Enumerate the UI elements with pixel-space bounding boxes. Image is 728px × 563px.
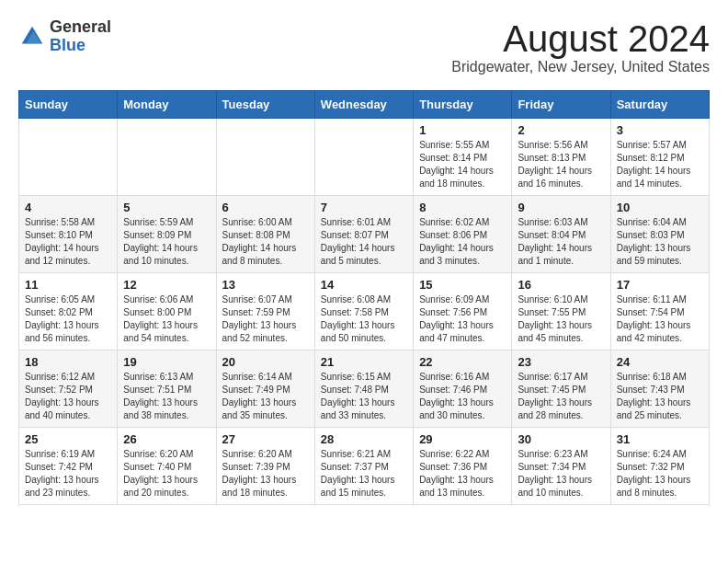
calendar-cell: 7Sunrise: 6:01 AM Sunset: 8:07 PM Daylig… xyxy=(314,196,413,273)
day-number: 29 xyxy=(419,432,506,446)
day-info: Sunrise: 6:15 AM Sunset: 7:48 PM Dayligh… xyxy=(321,371,407,422)
page-header: General Blue August 2024 Bridgewater, Ne… xyxy=(18,18,710,75)
day-info: Sunrise: 6:14 AM Sunset: 7:49 PM Dayligh… xyxy=(222,371,309,422)
day-info: Sunrise: 6:08 AM Sunset: 7:58 PM Dayligh… xyxy=(321,293,407,345)
day-info: Sunrise: 6:16 AM Sunset: 7:46 PM Dayligh… xyxy=(419,371,506,422)
day-info: Sunrise: 5:56 AM Sunset: 8:13 PM Dayligh… xyxy=(518,139,604,190)
logo-blue-text: Blue xyxy=(50,37,111,55)
day-of-week-friday: Friday xyxy=(512,91,610,119)
calendar-cell: 4Sunrise: 5:58 AM Sunset: 8:10 PM Daylig… xyxy=(19,196,118,273)
day-number: 28 xyxy=(321,432,407,446)
day-of-week-saturday: Saturday xyxy=(610,91,709,119)
day-info: Sunrise: 6:19 AM Sunset: 7:42 PM Dayligh… xyxy=(25,448,111,500)
day-info: Sunrise: 5:58 AM Sunset: 8:10 PM Dayligh… xyxy=(25,216,111,268)
week-row-4: 18Sunrise: 6:12 AM Sunset: 7:52 PM Dayli… xyxy=(19,350,710,428)
day-number: 27 xyxy=(222,432,309,446)
calendar-cell: 10Sunrise: 6:04 AM Sunset: 8:03 PM Dayli… xyxy=(610,196,709,273)
day-info: Sunrise: 5:57 AM Sunset: 8:12 PM Dayligh… xyxy=(617,139,703,190)
week-row-1: 1Sunrise: 5:55 AM Sunset: 8:14 PM Daylig… xyxy=(19,119,710,196)
day-info: Sunrise: 5:55 AM Sunset: 8:14 PM Dayligh… xyxy=(419,139,506,190)
day-number: 3 xyxy=(617,123,703,137)
day-number: 18 xyxy=(25,355,111,369)
day-number: 23 xyxy=(518,355,604,369)
day-number: 24 xyxy=(617,355,703,369)
day-of-week-sunday: Sunday xyxy=(19,91,118,119)
day-number: 8 xyxy=(419,201,506,214)
day-number: 6 xyxy=(222,201,309,214)
day-info: Sunrise: 6:22 AM Sunset: 7:36 PM Dayligh… xyxy=(419,448,506,500)
day-info: Sunrise: 6:06 AM Sunset: 8:00 PM Dayligh… xyxy=(123,293,210,345)
calendar-cell: 9Sunrise: 6:03 AM Sunset: 8:04 PM Daylig… xyxy=(512,196,610,273)
calendar-table: SundayMondayTuesdayWednesdayThursdayFrid… xyxy=(18,90,710,505)
calendar-cell: 21Sunrise: 6:15 AM Sunset: 7:48 PM Dayli… xyxy=(314,350,413,428)
day-of-week-thursday: Thursday xyxy=(414,91,512,119)
day-number: 12 xyxy=(123,278,210,292)
calendar-cell: 2Sunrise: 5:56 AM Sunset: 8:13 PM Daylig… xyxy=(512,119,610,196)
calendar-cell: 12Sunrise: 6:06 AM Sunset: 8:00 PM Dayli… xyxy=(118,273,216,350)
day-info: Sunrise: 6:24 AM Sunset: 7:32 PM Dayligh… xyxy=(617,448,703,500)
day-info: Sunrise: 6:12 AM Sunset: 7:52 PM Dayligh… xyxy=(25,371,111,422)
day-number: 25 xyxy=(25,432,111,446)
calendar-cell: 17Sunrise: 6:11 AM Sunset: 7:54 PM Dayli… xyxy=(610,273,709,350)
calendar-cell xyxy=(314,119,413,196)
calendar-cell: 3Sunrise: 5:57 AM Sunset: 8:12 PM Daylig… xyxy=(610,119,709,196)
day-of-week-tuesday: Tuesday xyxy=(216,91,314,119)
header-row: SundayMondayTuesdayWednesdayThursdayFrid… xyxy=(19,91,710,119)
day-number: 5 xyxy=(123,201,210,214)
day-number: 15 xyxy=(419,278,506,292)
day-info: Sunrise: 6:05 AM Sunset: 8:02 PM Dayligh… xyxy=(25,293,111,345)
calendar-cell xyxy=(19,119,118,196)
day-info: Sunrise: 6:23 AM Sunset: 7:34 PM Dayligh… xyxy=(518,448,604,500)
day-info: Sunrise: 6:01 AM Sunset: 8:07 PM Dayligh… xyxy=(321,216,407,268)
logo-general-text: General xyxy=(50,18,111,37)
calendar-cell: 19Sunrise: 6:13 AM Sunset: 7:51 PM Dayli… xyxy=(118,350,216,428)
day-number: 17 xyxy=(617,278,703,292)
calendar-cell: 24Sunrise: 6:18 AM Sunset: 7:43 PM Dayli… xyxy=(610,350,709,428)
day-number: 30 xyxy=(518,432,604,446)
day-info: Sunrise: 6:20 AM Sunset: 7:39 PM Dayligh… xyxy=(222,448,309,500)
calendar-cell: 8Sunrise: 6:02 AM Sunset: 8:06 PM Daylig… xyxy=(414,196,512,273)
location-subtitle: Bridgewater, New Jersey, United States xyxy=(451,59,710,75)
day-info: Sunrise: 6:02 AM Sunset: 8:06 PM Dayligh… xyxy=(419,216,506,268)
day-number: 10 xyxy=(617,201,703,214)
day-of-week-monday: Monday xyxy=(118,91,216,119)
day-info: Sunrise: 6:10 AM Sunset: 7:55 PM Dayligh… xyxy=(518,293,604,345)
calendar-cell: 6Sunrise: 6:00 AM Sunset: 8:08 PM Daylig… xyxy=(216,196,314,273)
calendar-cell: 11Sunrise: 6:05 AM Sunset: 8:02 PM Dayli… xyxy=(19,273,118,350)
calendar-cell: 16Sunrise: 6:10 AM Sunset: 7:55 PM Dayli… xyxy=(512,273,610,350)
day-info: Sunrise: 6:13 AM Sunset: 7:51 PM Dayligh… xyxy=(123,371,210,422)
day-number: 11 xyxy=(25,278,111,292)
day-info: Sunrise: 6:00 AM Sunset: 8:08 PM Dayligh… xyxy=(222,216,309,268)
day-info: Sunrise: 6:03 AM Sunset: 8:04 PM Dayligh… xyxy=(518,216,604,268)
week-row-2: 4Sunrise: 5:58 AM Sunset: 8:10 PM Daylig… xyxy=(19,196,710,273)
calendar-cell: 31Sunrise: 6:24 AM Sunset: 7:32 PM Dayli… xyxy=(610,428,709,505)
day-number: 21 xyxy=(321,355,407,369)
calendar-cell: 25Sunrise: 6:19 AM Sunset: 7:42 PM Dayli… xyxy=(19,428,118,505)
day-number: 2 xyxy=(518,123,604,137)
day-info: Sunrise: 6:09 AM Sunset: 7:56 PM Dayligh… xyxy=(419,293,506,345)
week-row-5: 25Sunrise: 6:19 AM Sunset: 7:42 PM Dayli… xyxy=(19,428,710,505)
day-number: 20 xyxy=(222,355,309,369)
day-number: 1 xyxy=(419,123,506,137)
calendar-cell: 28Sunrise: 6:21 AM Sunset: 7:37 PM Dayli… xyxy=(314,428,413,505)
calendar-cell: 1Sunrise: 5:55 AM Sunset: 8:14 PM Daylig… xyxy=(414,119,512,196)
calendar-cell: 29Sunrise: 6:22 AM Sunset: 7:36 PM Dayli… xyxy=(414,428,512,505)
day-number: 26 xyxy=(123,432,210,446)
calendar-cell: 26Sunrise: 6:20 AM Sunset: 7:40 PM Dayli… xyxy=(118,428,216,505)
day-info: Sunrise: 6:21 AM Sunset: 7:37 PM Dayligh… xyxy=(321,448,407,500)
calendar-cell: 23Sunrise: 6:17 AM Sunset: 7:45 PM Dayli… xyxy=(512,350,610,428)
day-info: Sunrise: 6:18 AM Sunset: 7:43 PM Dayligh… xyxy=(617,371,703,422)
calendar-cell: 14Sunrise: 6:08 AM Sunset: 7:58 PM Dayli… xyxy=(314,273,413,350)
day-number: 9 xyxy=(518,201,604,214)
main-title: August 2024 xyxy=(451,18,710,59)
day-info: Sunrise: 6:20 AM Sunset: 7:40 PM Dayligh… xyxy=(123,448,210,500)
calendar-cell: 27Sunrise: 6:20 AM Sunset: 7:39 PM Dayli… xyxy=(216,428,314,505)
calendar-cell xyxy=(216,119,314,196)
day-number: 19 xyxy=(123,355,210,369)
calendar-cell: 13Sunrise: 6:07 AM Sunset: 7:59 PM Dayli… xyxy=(216,273,314,350)
day-number: 31 xyxy=(617,432,703,446)
calendar-cell: 22Sunrise: 6:16 AM Sunset: 7:46 PM Dayli… xyxy=(414,350,512,428)
day-info: Sunrise: 6:17 AM Sunset: 7:45 PM Dayligh… xyxy=(518,371,604,422)
day-info: Sunrise: 6:11 AM Sunset: 7:54 PM Dayligh… xyxy=(617,293,703,345)
logo-icon xyxy=(18,23,46,51)
